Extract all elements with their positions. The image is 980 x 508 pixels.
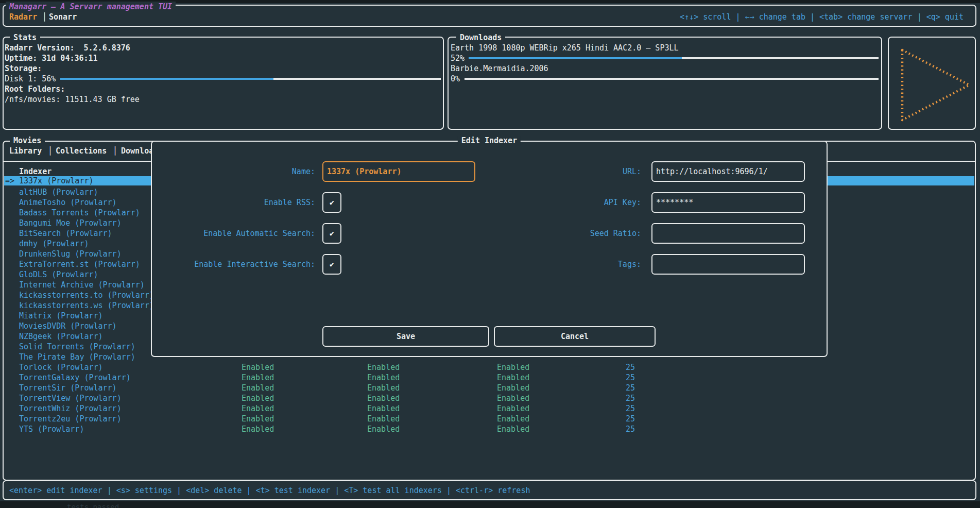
indexer-enabled-cell: Enabled	[367, 393, 400, 403]
selection-arrow: =>	[5, 176, 14, 185]
indexer-enabled-cell: Enabled	[242, 424, 274, 434]
indexer-row[interactable]: altHUB (Prowlarr)	[19, 187, 98, 197]
background-window-bottom: tests passed	[0, 501, 980, 508]
download-item-name: Barbie.Mermaidia.2006	[451, 63, 548, 74]
enable-rss-label: Enable RSS:	[264, 197, 315, 208]
api-key-input[interactable]: ********	[651, 192, 805, 213]
modal-title: Edit Indexer	[458, 136, 521, 146]
indexer-enabled-cell: Enabled	[242, 362, 274, 372]
download-item-name: Earth 1998 1080p WEBRip x265 Hindi AAC2.…	[451, 43, 679, 53]
managarr-play-logo-icon	[893, 42, 970, 124]
indexer-enabled-cell: Enabled	[497, 372, 529, 383]
indexer-row[interactable]: TorrentWhiz (Prowlarr)	[19, 403, 122, 414]
tab-library[interactable]: Library	[9, 146, 42, 156]
seed-ratio-label: Seed Ratio:	[590, 228, 641, 239]
indexer-enabled-cell: Enabled	[367, 372, 400, 383]
disk-usage-bar	[60, 78, 441, 80]
indexer-enabled-cell: Enabled	[497, 362, 529, 372]
indexer-row[interactable]: GloDLS (Prowlarr)	[19, 269, 98, 280]
indexer-row[interactable]: kickasstorrents.to (Prowlarr)	[19, 290, 154, 300]
indexer-row[interactable]: Solid Torrents (Prowlarr)	[19, 342, 135, 352]
top-shortcuts: <↑↓> scroll | ←→ change tab | <tab> chan…	[680, 12, 964, 22]
tab-separator: │	[42, 12, 47, 22]
indexer-row[interactable]: TorrentView (Prowlarr)	[19, 393, 122, 403]
indexer-priority-cell: 25	[626, 403, 635, 414]
name-label: Name:	[292, 166, 315, 177]
uptime: Uptime: 31d 04:36:11	[5, 53, 98, 63]
background-text: tests passed	[67, 503, 119, 508]
indexer-priority-cell: 25	[626, 424, 635, 434]
disk-usage-label: Disk 1: 56%	[5, 74, 56, 84]
radarr-version: Radarr Version: 5.2.6.8376	[5, 43, 130, 53]
indexer-row[interactable]: dmhy (Prowlarr)	[19, 239, 89, 249]
tags-label: Tags:	[618, 259, 641, 269]
indexer-enabled-cell: Enabled	[367, 403, 400, 414]
downloads-title: Downloads	[456, 32, 505, 43]
indexer-row[interactable]: TorrentGalaxy (Prowlarr)	[19, 372, 131, 383]
indexer-priority-cell: 25	[626, 372, 635, 383]
url-input[interactable]: http://localhost:9696/1/	[651, 161, 805, 182]
app-title: Managarr — A Servarr management TUI	[6, 2, 176, 12]
indexer-enabled-cell: Enabled	[497, 424, 529, 434]
tags-input[interactable]	[651, 254, 805, 275]
indexer-row[interactable]: YTS (Prowlarr)	[19, 424, 84, 434]
enable-rss-checkbox[interactable]: ✔	[322, 192, 341, 213]
indexer-row[interactable]: DrunkenSlug (Prowlarr)	[19, 249, 122, 259]
indexer-enabled-cell: Enabled	[367, 362, 400, 372]
tab-separator: │	[113, 146, 117, 156]
indexer-row[interactable]: Badass Torrents (Prowlarr)	[19, 208, 140, 218]
help-shortcuts: <enter> edit indexer | <s> settings | <d…	[9, 485, 530, 496]
indexer-enabled-cell: Enabled	[367, 383, 400, 393]
indexer-enabled-cell: Enabled	[242, 414, 274, 424]
indexer-row[interactable]: The Pirate Bay (Prowlarr)	[19, 352, 135, 362]
indexer-enabled-cell: Enabled	[497, 414, 529, 424]
tab-collections[interactable]: Collections	[56, 146, 107, 156]
indexer-priority-cell: 25	[626, 393, 635, 403]
root-folder-info: /nfs/movies: 11511.43 GB free	[5, 94, 140, 105]
save-button[interactable]: Save	[322, 326, 489, 347]
enable-automatic-search-checkbox[interactable]: ✔	[322, 223, 341, 244]
managarr-tui-screen: Managarr — A Servarr management TUI Rada…	[0, 0, 980, 508]
indexer-row[interactable]: Internet Archive (Prowlarr)	[19, 280, 145, 290]
download-item-percent: 52%	[451, 53, 465, 63]
indexer-row[interactable]: AnimeTosho (Prowlarr)	[19, 197, 117, 208]
indexer-enabled-cell: Enabled	[497, 393, 529, 403]
indexer-row[interactable]: Torrentz2eu (Prowlarr)	[19, 414, 122, 424]
indexer-name: 1337x (Prowlarr)	[19, 176, 94, 185]
enable-interactive-search-label: Enable Interactive Search:	[194, 259, 315, 269]
indexer-enabled-cell: Enabled	[242, 393, 274, 403]
tab-radarr[interactable]: Radarr	[9, 12, 37, 22]
indexer-row[interactable]: BitSearch (Prowlarr)	[19, 228, 112, 239]
enable-interactive-search-checkbox[interactable]: ✔	[322, 254, 341, 275]
indexer-enabled-cell: Enabled	[367, 424, 400, 434]
indexer-row[interactable]: Miatrix (Prowlarr)	[19, 311, 103, 321]
cancel-button[interactable]: Cancel	[494, 326, 656, 347]
indexer-row[interactable]: Torlock (Prowlarr)	[19, 362, 103, 372]
indexer-enabled-cell: Enabled	[497, 383, 529, 393]
indexer-enabled-cell: Enabled	[242, 403, 274, 414]
tab-sonarr[interactable]: Sonarr	[49, 12, 77, 22]
download-progress-bar	[465, 78, 879, 80]
indexer-enabled-cell: Enabled	[497, 403, 529, 414]
indexer-enabled-cell: Enabled	[242, 372, 274, 383]
api-key-label: API Key:	[604, 197, 641, 208]
indexer-enabled-cell: Enabled	[367, 414, 400, 424]
indexer-row[interactable]: TorrentSir (Prowlarr)	[19, 383, 117, 393]
name-input[interactable]: 1337x (Prowlarr)	[322, 161, 475, 182]
indexer-row[interactable]: ExtraTorrent.st (Prowlarr)	[19, 259, 140, 269]
indexer-row[interactable]: Bangumi Moe (Prowlarr)	[19, 218, 122, 228]
indexer-enabled-cell: Enabled	[242, 383, 274, 393]
stats-title: Stats	[10, 32, 40, 43]
indexer-column-header: Indexer	[19, 166, 51, 177]
storage-label: Storage:	[5, 63, 42, 74]
indexer-row[interactable]: kickasstorrents.ws (Prowlarr)	[19, 300, 154, 311]
tab-separator: │	[48, 146, 53, 156]
seed-ratio-input[interactable]	[651, 223, 805, 244]
indexer-priority-cell: 25	[626, 362, 635, 372]
indexer-row[interactable]: MoviesDVDR (Prowlarr)	[19, 321, 117, 331]
movies-title: Movies	[10, 136, 45, 146]
enable-automatic-search-label: Enable Automatic Search:	[203, 228, 315, 239]
indexer-row[interactable]: NZBgeek (Prowlarr)	[19, 331, 103, 342]
indexer-priority-cell: 25	[626, 383, 635, 393]
download-progress-bar	[469, 57, 879, 59]
